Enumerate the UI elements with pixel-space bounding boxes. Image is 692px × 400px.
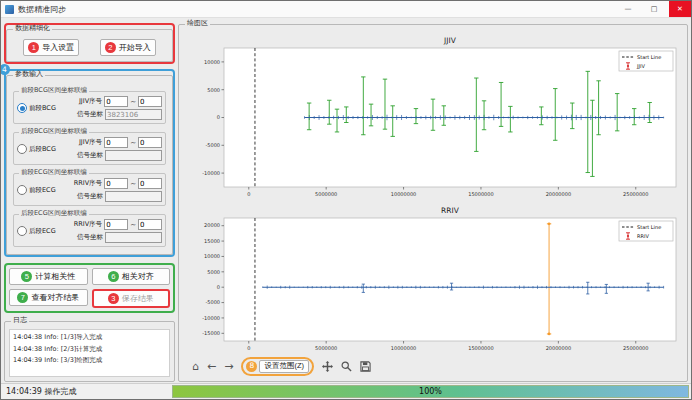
svg-text:-10000: -10000 [202,315,220,321]
zoom-icon[interactable] [341,361,352,372]
pan-icon[interactable] [322,361,333,372]
coord-input[interactable] [105,191,162,202]
radio-label: 后段BCG [29,145,56,154]
svg-text:0: 0 [247,345,250,351]
svg-text:RRIV: RRIV [637,233,649,239]
log-output: 14:04:38 Info: [1/3]导入完成 14:04:38 Info: … [9,329,170,377]
back-icon[interactable]: ← [207,361,216,372]
actions-grid: 5 计算相关性 6 相关对齐 7 查看对齐结果 3 保存结果 [6,265,173,311]
title-bar: 数据精准同步 — □ ✕ [1,1,691,18]
annotation-rect-save: 3 保存结果 [92,289,171,308]
seq-to-input[interactable] [138,178,162,189]
seq-to-input[interactable] [138,137,162,148]
maximize-button[interactable]: □ [643,1,665,17]
radio-front-bcg[interactable]: 前段BCG [17,103,62,113]
param-subgroup-title: 后段BCG区间坐标联编 [19,128,89,135]
close-button[interactable]: ✕ [669,1,691,17]
annotation-rect-params: 4 参数输入 前段BCG区间坐标联编 前段BCG JJIV序号 [4,69,175,257]
import-settings-label: 导入设置 [42,42,74,53]
radio-icon [17,226,27,236]
correlation-align-button[interactable]: 6 相关对齐 [92,268,171,285]
coord-label: 信号坐标 [77,151,103,160]
coord-input[interactable] [105,109,162,120]
radio-back-ecg[interactable]: 后段ECG [17,226,62,236]
param-subgroup-back-ecg: 后段ECG区间坐标联编 后段ECG RRIV序号 ~ [13,214,166,247]
svg-text:-5000: -5000 [205,299,220,305]
forward-icon[interactable]: → [224,361,233,372]
window-title: 数据精准同步 [18,4,613,15]
chart-rriv[interactable]: RRIV050000001000000015000000200000002500… [184,203,682,355]
svg-text:-15000: -15000 [202,330,220,336]
coord-input[interactable] [105,150,162,161]
seq-to-input[interactable] [138,96,162,107]
seq-from-input[interactable] [104,178,128,189]
param-subgroup-title: 前段BCG区间坐标联编 [19,87,89,94]
progress-label: 100% [419,387,442,396]
save-result-button[interactable]: 3 保存结果 [94,291,169,306]
radio-label: 前段ECG [29,186,56,195]
svg-text:25000000: 25000000 [623,191,648,197]
start-import-label: 开始导入 [119,42,151,53]
svg-text:20000000: 20000000 [546,191,571,197]
svg-text:20000: 20000 [204,222,220,228]
coord-label: 信号坐标 [77,233,103,242]
seq-label: RRIV序号 [74,220,102,229]
status-message: 14:04:39 操作完成 [6,386,164,397]
coord-label: 信号坐标 [77,110,103,119]
radio-back-bcg[interactable]: 后段BCG [17,144,62,154]
plot-group-title: 绘图区 [185,20,210,27]
save-result-label: 保存结果 [122,293,154,304]
svg-text:5000000: 5000000 [315,191,337,197]
import-settings-button[interactable]: 1 导入设置 [23,39,79,56]
seq-from-input[interactable] [104,137,128,148]
start-import-button[interactable]: 2 开始导入 [100,39,156,56]
param-subgroup-back-bcg: 后段BCG区间坐标联编 后段BCG JJIV序号 ~ [13,132,166,165]
app-window: 数据精准同步 — □ ✕ 数据精细化 1 导入设置 2 开始 [0,0,692,400]
svg-text:JJIV: JJIV [636,63,645,69]
seq-from-input[interactable] [104,219,128,230]
progress-bar: 100% [172,385,689,398]
main-area: 数据精细化 1 导入设置 2 开始导入 4 [1,17,691,384]
svg-text:15000000: 15000000 [468,345,493,351]
svg-text:15000: 15000 [204,238,220,244]
svg-text:5000: 5000 [207,269,220,275]
svg-text:15000000: 15000000 [468,191,493,197]
radio-label: 前段BCG [29,104,56,113]
svg-text:20000000: 20000000 [546,345,571,351]
correlation-align-label: 相关对齐 [122,271,154,282]
svg-text:JJIV: JJIV [443,36,457,45]
seq-from-input[interactable] [104,96,128,107]
range-separator: ~ [130,221,136,229]
save-icon[interactable] [360,361,371,372]
right-panel: 绘图区 JJIV05000000100000001500000020000000… [176,17,691,384]
radio-icon [17,103,27,113]
annotation-rect-actions: 5 计算相关性 6 相关对齐 7 查看对齐结果 3 保存结果 [4,263,175,313]
badge-5: 5 [21,271,32,282]
svg-text:Start Line: Start Line [637,54,661,60]
svg-text:0: 0 [217,284,220,290]
param-subgroup-title: 后段ECG区间坐标联编 [19,210,89,217]
coord-input[interactable] [105,232,162,243]
log-group: 日志 14:04:38 Info: [1/3]导入完成 14:04:38 Inf… [4,321,175,382]
svg-text:10000: 10000 [204,59,220,65]
calc-correlation-button[interactable]: 5 计算相关性 [9,268,88,285]
annotation-ellipse-range: 8 设置范围(Z) [241,357,314,376]
minimize-button[interactable]: — [617,1,639,17]
badge-3: 3 [108,293,119,304]
radio-front-ecg[interactable]: 前段ECG [17,185,62,195]
badge-6: 6 [108,271,119,282]
view-align-result-button[interactable]: 7 查看对齐结果 [9,289,88,306]
home-icon[interactable]: ⌂ [192,361,199,372]
log-line: 14:04:38 Info: [2/3]计算完成 [13,344,166,356]
calc-correlation-label: 计算相关性 [35,271,75,282]
badge-8: 8 [246,361,257,372]
svg-text:Start Line: Start Line [637,224,661,230]
badge-4: 4 [0,64,10,75]
set-range-button[interactable]: 设置范围(Z) [259,360,309,373]
svg-text:5000000: 5000000 [315,345,337,351]
seq-to-input[interactable] [138,219,162,230]
view-align-result-label: 查看对齐结果 [31,292,79,303]
annotation-rect-import: 数据精细化 1 导入设置 2 开始导入 [4,23,175,64]
param-subgroup-title: 前段ECG区间坐标联编 [19,169,89,176]
chart-jjiv[interactable]: JJIV050000001000000015000000200000002500… [184,33,682,201]
